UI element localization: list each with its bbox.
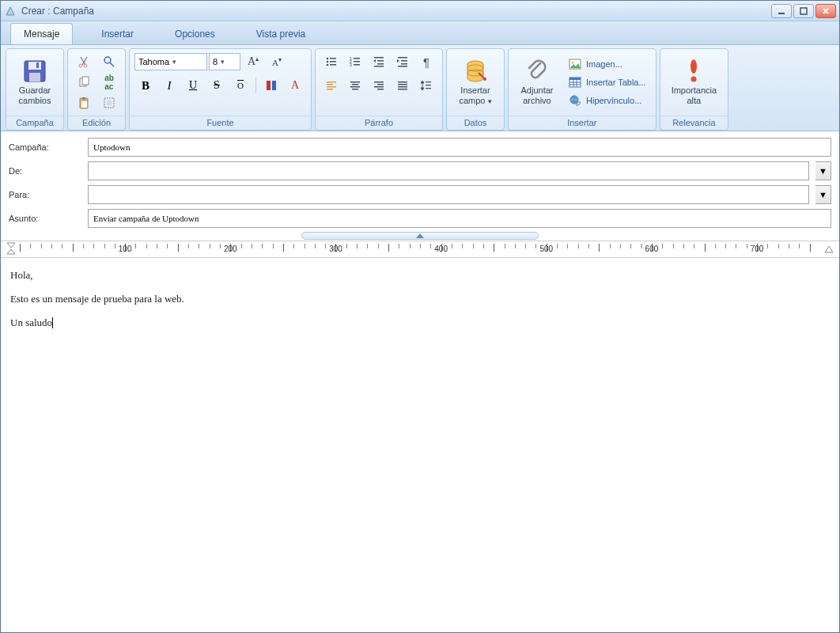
group-label-fuente: Fuente xyxy=(130,116,311,130)
svg-point-72 xyxy=(691,77,697,82)
maximize-button[interactable] xyxy=(793,4,814,18)
svg-point-71 xyxy=(691,59,697,74)
bold-button[interactable]: B xyxy=(134,76,157,95)
underline-button[interactable]: U xyxy=(182,76,204,95)
numbering-button[interactable]: 123 xyxy=(344,52,366,71)
svg-rect-33 xyxy=(374,66,384,67)
svg-rect-15 xyxy=(107,100,112,105)
ruler-label: 200 xyxy=(224,244,237,253)
svg-rect-44 xyxy=(350,86,360,88)
svg-rect-1 xyxy=(800,8,807,14)
close-button[interactable] xyxy=(815,4,836,18)
svg-rect-64 xyxy=(569,78,581,80)
database-icon xyxy=(463,59,488,84)
find-button[interactable] xyxy=(98,52,120,71)
importance-high-button[interactable]: Importancia alta xyxy=(665,55,723,109)
align-left-button[interactable] xyxy=(320,76,342,95)
svg-point-22 xyxy=(327,64,329,66)
para-input[interactable] xyxy=(88,185,809,204)
de-dropdown-button[interactable]: ▼ xyxy=(815,161,831,180)
svg-rect-54 xyxy=(426,81,431,82)
svg-rect-9 xyxy=(82,77,89,85)
overline-button[interactable]: O xyxy=(229,76,252,95)
font-color-button[interactable]: A xyxy=(284,76,306,95)
para-label: Para: xyxy=(9,190,81,199)
font-size-select[interactable]: 8▾ xyxy=(209,53,240,70)
body-line-2: Esto es un mensaje de prueba para la web… xyxy=(10,293,830,305)
svg-rect-46 xyxy=(374,81,384,83)
svg-rect-12 xyxy=(81,101,87,108)
svg-rect-29 xyxy=(354,64,360,66)
indent-marker-right[interactable] xyxy=(823,243,834,256)
indent-button[interactable] xyxy=(392,52,414,71)
svg-rect-4 xyxy=(29,73,40,81)
image-icon xyxy=(569,58,581,70)
svg-point-62 xyxy=(572,62,574,64)
table-icon xyxy=(569,76,581,89)
collapse-handle[interactable] xyxy=(301,232,539,240)
highlight-color-button[interactable] xyxy=(260,76,282,95)
campana-label: Campaña: xyxy=(9,142,81,152)
svg-rect-51 xyxy=(398,84,407,85)
outdent-button[interactable] xyxy=(368,52,390,71)
svg-rect-27 xyxy=(354,61,360,63)
group-label-datos: Datos xyxy=(447,116,504,130)
paste-button[interactable] xyxy=(73,93,95,112)
tab-insertar[interactable]: Insertar xyxy=(89,24,146,44)
group-relevancia: Importancia alta Relevancia xyxy=(660,48,728,131)
indent-marker-left[interactable] xyxy=(6,241,17,257)
italic-button[interactable]: I xyxy=(158,76,180,95)
select-all-button[interactable] xyxy=(98,93,120,112)
group-label-relevancia: Relevancia xyxy=(660,116,728,130)
para-dropdown-button[interactable]: ▼ xyxy=(815,185,831,204)
insert-hyperlink-button[interactable]: Hipervínculo... xyxy=(564,92,651,109)
align-center-button[interactable] xyxy=(344,76,366,95)
tab-opciones[interactable]: Opciones xyxy=(162,24,228,44)
save-changes-button[interactable]: Guardar cambios xyxy=(11,55,59,109)
show-marks-button[interactable]: ¶ xyxy=(415,52,437,71)
svg-rect-40 xyxy=(327,86,336,88)
message-body-editor[interactable]: Hola, Esto es un mensaje de prueba para … xyxy=(1,258,839,632)
grow-font-button[interactable]: A▴ xyxy=(242,52,264,71)
ruler-label: 300 xyxy=(329,244,342,253)
justify-button[interactable] xyxy=(392,76,414,95)
ruler-label: 600 xyxy=(645,244,659,253)
body-line-1: Hola, xyxy=(10,269,830,282)
svg-text:3: 3 xyxy=(350,63,352,67)
save-icon xyxy=(22,59,47,84)
svg-rect-3 xyxy=(28,62,41,70)
de-input[interactable] xyxy=(88,161,809,180)
line-spacing-button[interactable] xyxy=(415,76,437,95)
campana-input[interactable] xyxy=(88,138,831,157)
asunto-input[interactable] xyxy=(88,209,831,228)
insert-field-button[interactable]: Insertar campo ▾ xyxy=(452,55,499,110)
shrink-font-button[interactable]: A▾ xyxy=(266,52,288,71)
tab-mensaje[interactable]: Mensaje xyxy=(10,23,73,44)
insert-table-button[interactable]: Insertar Tabla... xyxy=(564,74,651,91)
minimize-button[interactable] xyxy=(771,4,792,18)
svg-rect-50 xyxy=(398,81,407,83)
bullets-button[interactable] xyxy=(320,52,342,71)
tab-vista-previa[interactable]: Vista previa xyxy=(244,24,318,44)
insert-image-button[interactable]: Imagen... xyxy=(564,55,651,73)
align-right-button[interactable] xyxy=(368,76,390,95)
ruler-label: 400 xyxy=(434,244,448,253)
group-label-campana: Campaña xyxy=(6,116,63,130)
svg-rect-56 xyxy=(426,88,431,89)
strike-button[interactable]: S xyxy=(206,76,228,95)
copy-button[interactable] xyxy=(73,73,95,92)
ruler-area: 100200300400500600700 xyxy=(1,241,839,258)
replace-button[interactable]: abac xyxy=(98,73,120,92)
ruler-label: 100 xyxy=(119,244,132,253)
horizontal-ruler[interactable]: 100200300400500600700 xyxy=(20,242,820,256)
svg-rect-53 xyxy=(398,89,407,90)
attach-file-button[interactable]: Adjuntar archivo xyxy=(513,55,561,109)
svg-rect-17 xyxy=(272,81,276,90)
svg-rect-52 xyxy=(398,86,407,88)
font-family-select[interactable]: Tahoma▾ xyxy=(134,53,207,70)
asunto-label: Asunto: xyxy=(9,214,81,223)
ribbon: Guardar cambios Campaña abac Edición xyxy=(1,45,839,131)
group-label-parrafo: Párrafo xyxy=(316,116,442,130)
globe-link-icon xyxy=(569,94,581,107)
cut-button[interactable] xyxy=(73,52,95,71)
